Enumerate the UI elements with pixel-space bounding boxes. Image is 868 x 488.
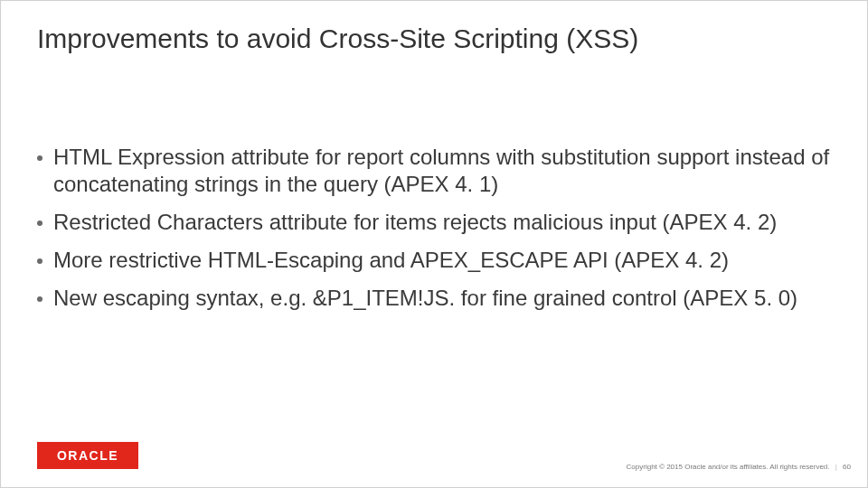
oracle-logo-text: ORACLE bbox=[57, 448, 118, 463]
bullet-text: Restricted Characters attribute for item… bbox=[53, 209, 777, 236]
bullet-dot-icon bbox=[37, 155, 42, 161]
bullet-item: More restrictive HTML-Escaping and APEX_… bbox=[37, 247, 831, 274]
slide-title: Improvements to avoid Cross-Site Scripti… bbox=[37, 23, 831, 55]
bullet-dot-icon bbox=[37, 221, 42, 226]
copyright-text: Copyright © 2015 Oracle and/or its affil… bbox=[627, 463, 830, 471]
bullet-item: New escaping syntax, e.g. &P1_ITEM!JS. f… bbox=[37, 285, 831, 312]
bullet-text: New escaping syntax, e.g. &P1_ITEM!JS. f… bbox=[53, 285, 797, 312]
footer-separator: | bbox=[835, 463, 837, 471]
slide: Improvements to avoid Cross-Site Scripti… bbox=[0, 0, 868, 488]
oracle-logo: ORACLE bbox=[37, 442, 138, 469]
slide-body: HTML Expression attribute for report col… bbox=[37, 144, 831, 323]
bullet-dot-icon bbox=[37, 296, 42, 302]
page-number: 60 bbox=[843, 463, 851, 471]
bullet-text: More restrictive HTML-Escaping and APEX_… bbox=[53, 247, 729, 274]
footer: Copyright © 2015 Oracle and/or its affil… bbox=[627, 463, 851, 471]
bullet-text: HTML Expression attribute for report col… bbox=[53, 144, 831, 198]
bullet-item: HTML Expression attribute for report col… bbox=[37, 144, 831, 198]
bullet-dot-icon bbox=[37, 258, 42, 264]
bullet-item: Restricted Characters attribute for item… bbox=[37, 209, 831, 236]
